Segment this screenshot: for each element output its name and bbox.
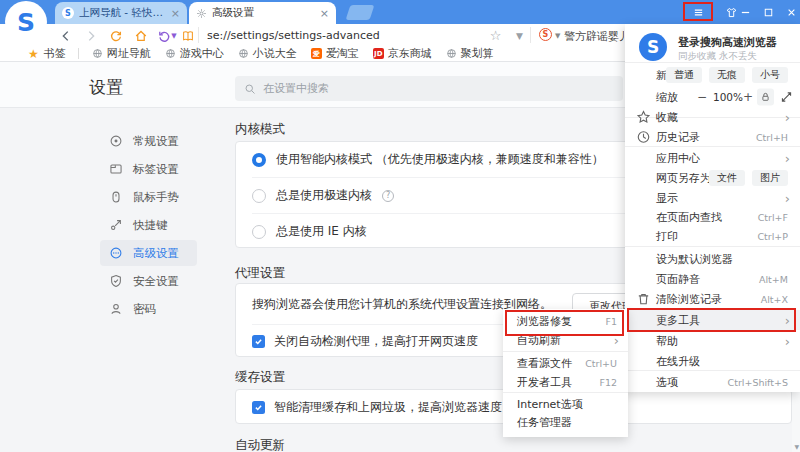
shortcut-icon [109, 218, 123, 232]
chevron-right-icon: › [785, 192, 790, 205]
undo-caret-icon[interactable]: ▼ [170, 27, 178, 44]
menu-item-label: 帮助 [656, 334, 678, 349]
sidebar-item-6[interactable]: 密码 [100, 296, 197, 322]
section-title-proxy: 代理设置 [235, 265, 285, 282]
menu-item-14[interactable]: 在线升级 [625, 351, 800, 371]
help-icon[interactable]: ? [382, 190, 394, 202]
menu-divider [625, 146, 800, 147]
hot-search-text[interactable]: 警方辟谣婴儿被遗 [564, 29, 624, 44]
fullscreen-icon[interactable] [780, 91, 793, 104]
sidebar-item-0[interactable]: 常规设置 [100, 128, 197, 154]
favorite-button[interactable]: ☆ [487, 27, 504, 44]
refresh-button[interactable] [107, 27, 124, 44]
submenu-item-7[interactable]: 任务管理器 [503, 412, 628, 431]
minimize-button[interactable] [735, 2, 755, 22]
reading-mode-button[interactable] [179, 27, 196, 44]
submenu-item-0[interactable]: 浏览器修复F1 [503, 311, 628, 330]
sidebar-item-label: 密码 [133, 302, 156, 317]
zoom-label: 缩放 [656, 90, 678, 105]
sidebar-item-3[interactable]: 快捷键 [100, 212, 197, 238]
menu-item-10[interactable]: 页面静音Alt+M [625, 269, 800, 289]
bookmark-star-icon[interactable]: ★ [28, 47, 39, 61]
submenu-item-1[interactable]: 自动刷新› [503, 330, 628, 349]
sogou-logo: S [5, 1, 47, 43]
menu-item-button[interactable]: 文件 [709, 170, 745, 186]
sidebar-item-1[interactable]: 标签设置 [100, 156, 197, 182]
menu-item-7[interactable]: 打印Ctrl+P [625, 226, 800, 246]
close-button[interactable] [781, 2, 800, 22]
url-text[interactable]: se://settings/settings-advanced [207, 29, 380, 42]
bookmark-label: 聚划算 [461, 46, 494, 61]
menu-item-label: 在页面内查找 [656, 210, 722, 225]
zoom-out-button[interactable]: − [697, 90, 707, 104]
zoom-lock-button[interactable] [757, 89, 774, 106]
sidebar-item-label: 鼠标手势 [133, 190, 179, 205]
menu-item-button[interactable]: 图片 [752, 170, 788, 186]
submenu-item-label: 开发者工具 [517, 374, 572, 389]
menu-item-16[interactable]: 选项Ctrl+Shift+S [625, 372, 800, 392]
tab-advanced-settings[interactable]: 高级设置 × [189, 2, 336, 24]
submenu-item-3[interactable]: 查看源文件Ctrl+U [503, 353, 628, 372]
forward-button[interactable] [82, 27, 99, 44]
new-window-option-button[interactable]: 小号 [752, 67, 788, 83]
sogou-mini-logo-icon: S [62, 7, 74, 19]
page-title: 设置 [89, 76, 123, 99]
globe-icon [92, 48, 103, 59]
bookmark-item[interactable]: 小说大全 [238, 46, 297, 61]
engine-caret-icon[interactable]: ▼ [555, 32, 560, 40]
menu-item-6[interactable]: 在页面内查找Ctrl+F [625, 207, 800, 227]
new-window-option-button[interactable]: 普通 [666, 67, 702, 83]
login-link[interactable]: 登录搜狗高速浏览器 [678, 35, 777, 50]
menu-item-1[interactable]: 历史记录Ctrl+H [625, 127, 800, 147]
menu-item-0[interactable]: 收藏› [625, 107, 800, 127]
checkbox-checked-icon[interactable] [252, 401, 265, 414]
home-button[interactable] [132, 27, 149, 44]
bookmark-label: 小说大全 [253, 46, 297, 61]
bookmarks-root[interactable]: 书签 [44, 46, 66, 61]
menu-hamburger-button[interactable] [688, 2, 708, 22]
submenu-item-6[interactable]: Internet选项 [503, 394, 628, 413]
new-tab-button[interactable] [346, 5, 375, 20]
menu-item-shortcut: Ctrl+F [758, 212, 788, 223]
menu-item-3[interactable]: 应用中心› [625, 148, 800, 168]
sogou-search-icon[interactable]: S [539, 28, 552, 41]
back-button[interactable] [57, 27, 74, 44]
menu-divider [625, 246, 800, 247]
maximize-button[interactable] [758, 2, 778, 22]
new-window-option-button[interactable]: 无痕 [709, 67, 745, 83]
sidebar-item-2[interactable]: 鼠标手势 [100, 184, 197, 210]
submenu-item-4[interactable]: 开发者工具F12 [503, 372, 628, 391]
submenu-item-shortcut: Ctrl+U [585, 357, 617, 368]
radio-selected-icon[interactable] [252, 153, 266, 167]
settings-search-input[interactable]: 在设置中搜索 [235, 76, 623, 101]
bookmark-item[interactable]: 游戏中心 [165, 46, 224, 61]
browser-main-menu: S 登录搜狗高速浏览器 同步收藏 永不丢失 新建窗口 普通无痕小号 缩放 − 1… [625, 24, 800, 392]
scrollbar-down-icon[interactable]: ▼ [794, 443, 799, 450]
favorite-chevron-icon[interactable]: ▼ [511, 27, 528, 44]
radio-icon[interactable] [252, 189, 266, 203]
tab-close-icon[interactable]: × [320, 7, 329, 20]
zoom-in-button[interactable]: + [743, 90, 753, 104]
radio-icon[interactable] [252, 225, 266, 239]
bookmark-item[interactable]: 爱爱淘宝 [311, 46, 359, 61]
menu-divider [625, 62, 800, 63]
tab-nav-home[interactable]: S 上网导航 - 轻快上网 从这里开 × [55, 2, 187, 24]
tab-close-icon[interactable]: × [171, 7, 180, 20]
menu-item-11[interactable]: 清除浏览记录Alt+X [625, 289, 800, 309]
sidebar-item-5[interactable]: 安全设置 [100, 268, 197, 294]
menu-item-13[interactable]: 帮助› [625, 331, 800, 351]
sidebar-item-4[interactable]: 高级设置 [100, 240, 197, 266]
bookmark-item[interactable]: JD京东商城 [373, 46, 432, 61]
bookmark-item[interactable]: 网址导航 [92, 46, 151, 61]
checkbox-checked-icon[interactable] [252, 335, 265, 348]
menu-item-4[interactable]: 网页另存为文件图片 [625, 168, 800, 188]
menu-item-5[interactable]: 显示› [625, 188, 800, 208]
bookmark-item[interactable]: 聚划算 [446, 46, 494, 61]
toolbar-divider [530, 27, 531, 43]
chevron-right-icon: › [785, 152, 790, 165]
tab-title: 上网导航 - 轻快上网 从这里开 [79, 6, 166, 20]
toolbar-divider [198, 27, 199, 43]
chevron-right-icon [84, 29, 98, 43]
menu-item-12[interactable]: 更多工具› [625, 310, 800, 330]
menu-item-9[interactable]: 设为默认浏览器 [625, 249, 800, 269]
